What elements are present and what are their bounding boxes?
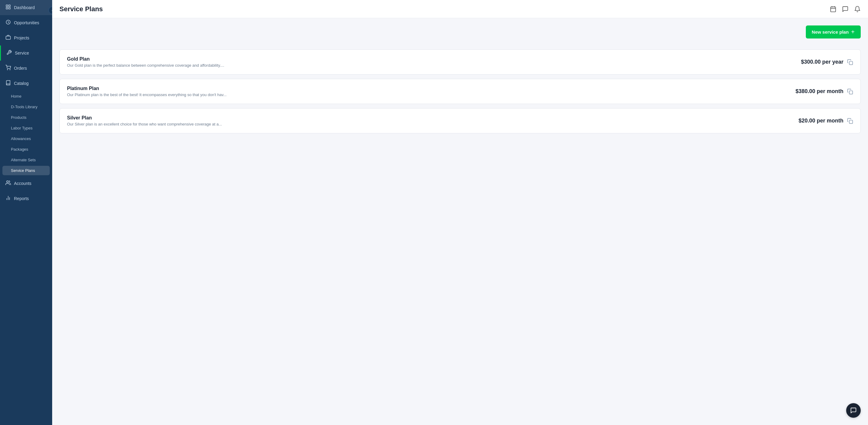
sidebar-item-label-accounts: Accounts — [14, 181, 32, 186]
plan-card-platinum[interactable]: Platinum Plan Our Platinum plan is the b… — [59, 79, 861, 104]
sidebar-item-dashboard[interactable]: Dashboard — [0, 0, 52, 15]
header: Service Plans — [52, 0, 868, 18]
header-actions — [830, 6, 861, 12]
dashboard-icon — [5, 4, 11, 11]
plan-info-platinum: Platinum Plan Our Platinum plan is the b… — [67, 86, 796, 97]
new-plan-plus-icon: + — [851, 29, 855, 35]
opportunities-icon — [5, 20, 11, 26]
chat-header-button[interactable] — [842, 6, 848, 12]
sidebar-item-label-service: Service — [15, 51, 29, 56]
reports-icon — [5, 195, 11, 202]
plan-desc-silver: Our Silver plan is an excellent choice f… — [67, 122, 799, 126]
copy-icon-silver[interactable] — [847, 118, 853, 124]
plan-name-silver: Silver Plan — [67, 115, 799, 121]
new-plan-label: New service plan — [812, 29, 849, 35]
sidebar-sub-item-alternate-sets[interactable]: Alternate Sets — [0, 155, 52, 165]
svg-rect-17 — [849, 91, 853, 94]
sidebar-sub-item-home[interactable]: Home — [0, 91, 52, 102]
sidebar-sub-item-dtools[interactable]: D-Tools Library — [0, 102, 52, 112]
sidebar-sub-item-labor-types[interactable]: Labor Types — [0, 123, 52, 133]
calendar-button[interactable] — [830, 6, 836, 12]
main-content: Service Plans New service plan + Gold Pl — [52, 0, 868, 425]
sidebar-item-label-reports: Reports — [14, 196, 29, 201]
svg-point-7 — [10, 69, 10, 70]
svg-rect-18 — [849, 120, 853, 123]
plan-card-gold[interactable]: Gold Plan Our Gold plan is the perfect b… — [59, 50, 861, 74]
sidebar-item-accounts[interactable]: Accounts — [0, 176, 52, 191]
plan-price-silver: $20.00 per month — [799, 118, 843, 124]
sidebar-item-opportunities[interactable]: Opportunities — [0, 15, 52, 30]
projects-icon — [5, 35, 11, 41]
sidebar-item-label-opportunities: Opportunities — [14, 20, 39, 25]
plan-desc-gold: Our Gold plan is the perfect balance bet… — [67, 63, 801, 68]
copy-icon-platinum[interactable] — [847, 89, 853, 95]
sidebar-item-service[interactable]: Service — [0, 45, 52, 61]
sidebar: ‹ Dashboard Opportunities Projects Servi… — [0, 0, 52, 425]
plan-desc-platinum: Our Platinum plan is the best of the bes… — [67, 93, 796, 97]
plan-price-area-silver: $20.00 per month — [799, 118, 853, 124]
plan-card-silver[interactable]: Silver Plan Our Silver plan is an excell… — [59, 108, 861, 133]
sidebar-sub-item-products[interactable]: Products — [0, 112, 52, 123]
service-icon — [6, 50, 12, 56]
sidebar-item-label-catalog: Catalog — [14, 81, 29, 86]
svg-rect-12 — [831, 7, 836, 11]
sidebar-item-catalog[interactable]: Catalog — [0, 76, 52, 91]
plan-name-gold: Gold Plan — [67, 56, 801, 62]
accounts-icon — [5, 180, 11, 187]
sidebar-item-label-projects: Projects — [14, 35, 29, 40]
sidebar-item-reports[interactable]: Reports — [0, 191, 52, 206]
svg-rect-16 — [849, 61, 853, 65]
sidebar-item-label-orders: Orders — [14, 66, 27, 71]
svg-rect-2 — [6, 8, 8, 9]
notifications-button[interactable] — [854, 6, 861, 12]
new-service-plan-button[interactable]: New service plan + — [806, 26, 861, 38]
svg-rect-0 — [6, 5, 8, 6]
sidebar-sub-item-allowances[interactable]: Allowances — [0, 133, 52, 144]
plan-price-platinum: $380.00 per month — [796, 88, 843, 95]
copy-icon-gold[interactable] — [847, 59, 853, 65]
content-area: New service plan + Gold Plan Our Gold pl… — [52, 18, 868, 425]
svg-rect-5 — [6, 36, 11, 39]
plan-info-gold: Gold Plan Our Gold plan is the perfect b… — [67, 56, 801, 68]
svg-point-6 — [7, 69, 8, 70]
svg-point-8 — [7, 181, 8, 183]
sidebar-sub-item-service-plans[interactable]: Service Plans — [2, 166, 50, 175]
catalog-icon — [5, 80, 11, 87]
sidebar-item-orders[interactable]: Orders — [0, 61, 52, 76]
sidebar-item-projects[interactable]: Projects — [0, 30, 52, 45]
plan-price-area-platinum: $380.00 per month — [796, 88, 853, 95]
page-title: Service Plans — [59, 5, 103, 13]
plan-name-platinum: Platinum Plan — [67, 86, 796, 91]
plan-price-gold: $300.00 per year — [801, 59, 843, 65]
svg-rect-1 — [9, 5, 10, 6]
toolbar-row: New service plan + — [59, 26, 861, 44]
orders-icon — [5, 65, 11, 71]
sidebar-item-label-dashboard: Dashboard — [14, 5, 35, 10]
sidebar-sub-item-packages[interactable]: Packages — [0, 144, 52, 155]
plan-info-silver: Silver Plan Our Silver plan is an excell… — [67, 115, 799, 126]
chat-bubble-button[interactable] — [846, 403, 861, 418]
svg-rect-3 — [9, 8, 10, 9]
plan-price-area-gold: $300.00 per year — [801, 59, 853, 65]
